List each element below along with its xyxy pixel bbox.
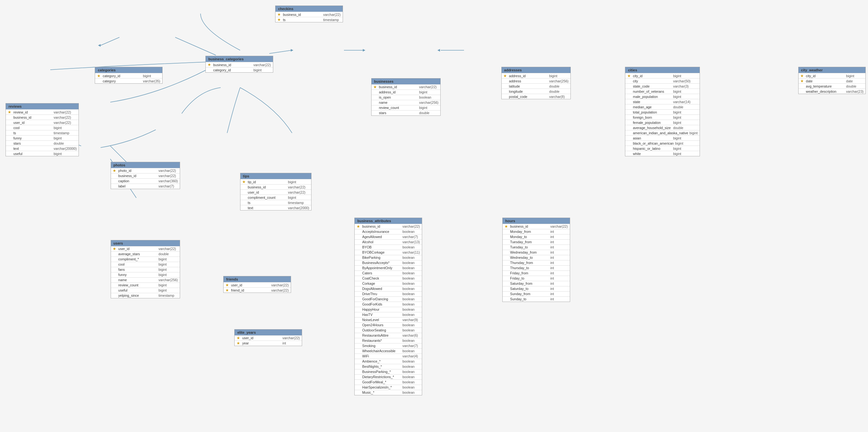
column-name: DietaryRestrictions_* <box>362 375 401 379</box>
table-row: CoatCheckboolean <box>355 276 422 281</box>
column-name: text <box>13 146 52 151</box>
column-name: AcceptsInsurance <box>362 230 401 234</box>
table-row: average_starsdouble <box>111 251 180 257</box>
column-type: boolean <box>402 365 414 368</box>
table-reviews: reviewsreview_idvarchar(22)business_idva… <box>5 103 79 156</box>
column-type: varchar(20000) <box>54 146 76 151</box>
column-type: bigint <box>159 273 167 277</box>
column-name: average_household_size <box>633 126 672 130</box>
pk-icon <box>113 169 116 172</box>
column-name: review_count <box>379 106 418 110</box>
table-row: average_household_sizedouble <box>625 125 700 130</box>
column-name: fans <box>118 268 157 271</box>
table-row: state_codevarchar(3) <box>625 84 700 89</box>
table-header-business_attributes: business_attributes <box>355 218 422 224</box>
table-row: category_idbigint <box>95 73 162 78</box>
column-name: is_open <box>379 95 418 99</box>
column-type: int <box>550 287 554 291</box>
column-name: ts <box>283 18 322 22</box>
column-type: varchar(22) <box>402 225 420 228</box>
table-row: usefulbigint <box>6 151 79 156</box>
table-row: Catersboolean <box>355 270 422 276</box>
svg-marker-2 <box>363 49 365 52</box>
column-type: timestamp <box>323 18 339 22</box>
table-photos: photosphoto_idvarchar(22)business_idvarc… <box>111 162 180 189</box>
column-type: int <box>550 235 554 239</box>
table-row: statevarchar(14) <box>625 99 700 104</box>
column-name: useful <box>118 288 157 292</box>
column-type: timestamp <box>54 131 69 135</box>
table-row: textvarchar(20000) <box>6 145 79 151</box>
column-type: bigint <box>419 106 427 110</box>
column-type: varchar(22) <box>159 174 176 178</box>
column-type: boolean <box>402 287 414 291</box>
column-type: varchar(22) <box>323 13 341 16</box>
column-type: varchar(7) <box>402 344 418 348</box>
table-row: category_idbigint <box>206 67 273 72</box>
column-name: business_id <box>248 185 287 189</box>
column-type: bigint <box>673 146 681 151</box>
column-name: city <box>633 79 672 83</box>
table-row: male_populationbigint <box>625 94 700 99</box>
table-row: Smokingvarchar(7) <box>355 343 422 348</box>
column-name: user_id <box>248 190 287 194</box>
table-row: textvarchar(2000) <box>241 205 311 210</box>
table-header-friends: friends <box>224 276 291 282</box>
column-type: date <box>846 79 853 83</box>
column-type: int <box>550 271 554 275</box>
table-row: Monday_toint <box>503 234 570 239</box>
table-row: user_idvarchar(22) <box>224 282 291 287</box>
column-type: boolean <box>402 297 414 301</box>
table-row: HairSpecializesIn_*boolean <box>355 385 422 390</box>
table-city_weather: city_weathercity_idbigintdatedateavg_tem… <box>798 67 866 94</box>
table-row: Wednesday_toint <box>503 255 570 260</box>
column-type: varchar(7) <box>402 235 418 239</box>
column-type: int <box>550 256 554 260</box>
table-row: Friday_toint <box>503 276 570 281</box>
table-row: user_idvarchar(22) <box>241 190 311 195</box>
table-row: DietaryRestrictions_*boolean <box>355 374 422 379</box>
column-name: Caters <box>362 271 401 275</box>
column-name: label <box>118 184 157 188</box>
table-addresses: addressesaddress_idbigintaddressvarchar(… <box>501 67 571 99</box>
column-name: Monday_to <box>510 235 549 239</box>
column-name: Wednesday_to <box>510 256 549 260</box>
svg-marker-3 <box>437 49 440 52</box>
column-name: foreign_born <box>633 115 672 119</box>
table-row: user_idvarchar(22) <box>6 120 79 125</box>
table-row: BusinessAccepts*boolean <box>355 260 422 265</box>
column-type: int <box>550 276 554 280</box>
table-row: Friday_fromint <box>503 270 570 276</box>
column-name: compliment_* <box>118 257 157 261</box>
table-row: addressvarchar(256) <box>502 78 571 84</box>
table-row: address_idbigint <box>502 73 571 78</box>
column-name: photo_id <box>118 169 157 172</box>
column-name: BYOBCorkage <box>362 251 401 254</box>
table-row: city_idbigint <box>799 73 866 78</box>
column-type: varchar(11) <box>402 251 420 254</box>
pk-icon <box>97 74 100 77</box>
table-row: black_or_african_americanbigint <box>625 140 700 145</box>
column-name: Monday_from <box>510 230 549 234</box>
column-name: weather_description <box>806 90 845 93</box>
table-row: business_idvarchar(22) <box>372 84 441 90</box>
table-cities: citiescity_idbigintcityvarchar(50)state_… <box>625 67 700 156</box>
pk-icon <box>237 336 240 339</box>
column-type: bigint <box>159 268 167 271</box>
column-type: int <box>550 230 554 234</box>
column-type: boolean <box>402 375 414 379</box>
table-header-users: users <box>111 240 180 246</box>
table-row: Corkageboolean <box>355 281 422 286</box>
table-row: HasTVboolean <box>355 312 422 317</box>
column-type: bigint <box>288 180 296 184</box>
table-row: latitudedouble <box>502 84 571 89</box>
column-name: user_id <box>13 121 52 125</box>
pk-icon <box>373 85 377 89</box>
column-name: Thursday_to <box>510 266 549 270</box>
table-row: Saturday_toint <box>503 286 570 291</box>
column-name: Saturday_to <box>510 287 549 291</box>
table-row: tstimestamp <box>276 17 343 22</box>
column-type: int <box>550 266 554 270</box>
column-name: user_id <box>231 283 270 287</box>
table-row: weather_descriptionvarchar(23) <box>799 89 866 94</box>
